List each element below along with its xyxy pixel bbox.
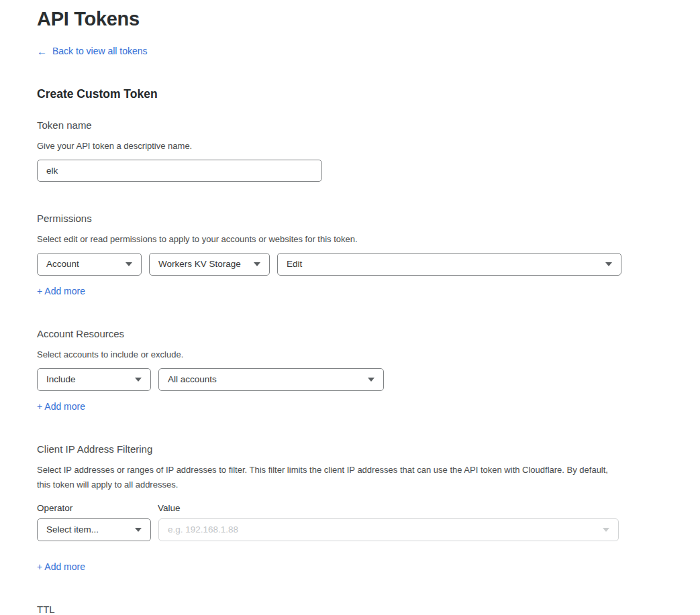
resource-selection-value: All accounts: [168, 374, 217, 384]
page-title: API Tokens: [37, 8, 700, 30]
chevron-down-icon: [603, 528, 609, 532]
permission-scope-dropdown[interactable]: Account: [37, 253, 142, 276]
resource-mode-dropdown[interactable]: Include: [37, 368, 151, 391]
token-name-input[interactable]: [37, 160, 322, 182]
permissions-label: Permissions: [37, 213, 700, 224]
permission-access-value: Edit: [287, 259, 302, 269]
permissions-description: Select edit or read permissions to apply…: [37, 232, 614, 247]
ip-filtering-description: Select IP addresses or ranges of IP addr…: [37, 463, 614, 492]
ip-value-input[interactable]: [168, 519, 596, 541]
chevron-down-icon: [126, 262, 132, 266]
permission-access-dropdown[interactable]: Edit: [277, 253, 621, 276]
back-link[interactable]: ← Back to view all tokens: [37, 46, 148, 56]
back-link-label: Back to view all tokens: [52, 46, 148, 56]
token-name-label: Token name: [37, 119, 700, 131]
operator-label: Operator: [37, 503, 158, 513]
ip-filtering-field-labels: Operator Value: [37, 503, 700, 513]
back-arrow-icon: ←: [37, 46, 47, 56]
ip-filtering-add-more-link[interactable]: + Add more: [37, 561, 85, 572]
chevron-down-icon: [605, 262, 612, 266]
token-name-description: Give your API token a descriptive name.: [37, 139, 614, 154]
resource-mode-value: Include: [46, 374, 76, 384]
account-resources-description: Select accounts to include or exclude.: [37, 347, 614, 362]
operator-value: Select item...: [46, 524, 99, 535]
permission-resource-value: Workers KV Storage: [158, 259, 241, 269]
chevron-down-icon: [368, 378, 374, 382]
chevron-down-icon: [254, 262, 260, 266]
ip-filtering-label: Client IP Address Filtering: [37, 443, 700, 455]
api-tokens-page: API Tokens ← Back to view all tokens Cre…: [0, 0, 700, 615]
ttl-label: TTL: [37, 604, 700, 615]
account-resources-label: Account Resources: [37, 328, 700, 339]
permission-resource-dropdown[interactable]: Workers KV Storage: [149, 253, 270, 276]
permissions-add-more-link[interactable]: + Add more: [37, 286, 85, 296]
value-label: Value: [158, 503, 181, 513]
ip-filtering-row: Select item...: [37, 518, 700, 541]
chevron-down-icon: [135, 528, 142, 532]
create-custom-token-heading: Create Custom Token: [37, 87, 700, 101]
permissions-row: Account Workers KV Storage Edit: [37, 253, 700, 276]
operator-dropdown[interactable]: Select item...: [37, 518, 151, 541]
permission-scope-value: Account: [46, 259, 79, 269]
chevron-down-icon: [135, 378, 142, 382]
ip-value-combobox[interactable]: [158, 518, 619, 541]
account-resources-add-more-link[interactable]: + Add more: [37, 401, 85, 412]
resource-selection-dropdown[interactable]: All accounts: [158, 368, 384, 391]
account-resources-row: Include All accounts: [37, 368, 700, 391]
